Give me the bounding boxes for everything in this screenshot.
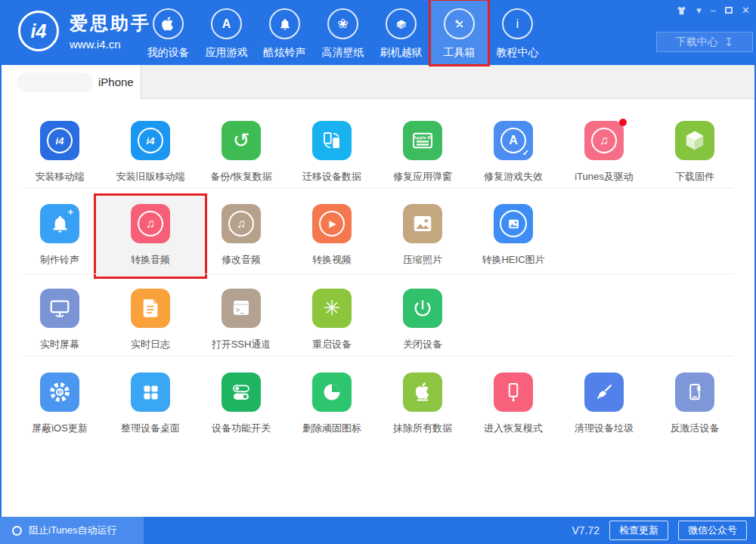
jailbreak-box-icon: [386, 8, 417, 39]
version-text: V7.72: [572, 524, 600, 536]
tool-row-1: i4 安装移动端 i4 安装旧版移动端 ↺ 备份/恢复数据 迁移: [2, 99, 754, 188]
tool-install-mobile[interactable]: i4 安装移动端: [14, 121, 105, 184]
tool-backup-restore[interactable]: ↺ 备份/恢复数据: [196, 121, 287, 184]
tool-block-ios-update[interactable]: 屏蔽iOS更新: [14, 372, 105, 435]
appstore-icon: A: [211, 8, 242, 39]
tool-label: 下载固件: [675, 170, 714, 184]
backup-restore-icon: ↺: [222, 121, 261, 160]
tool-itunes-driver[interactable]: ♫ iTunes及驱动: [559, 121, 649, 184]
radio-unchecked-icon[interactable]: [12, 526, 22, 536]
tool-deactivate-device[interactable]: 反激活设备: [649, 372, 740, 435]
tool-shutdown-device[interactable]: 关闭设备: [377, 289, 468, 351]
apple-icon: [153, 8, 184, 39]
nav-label: 应用游戏: [206, 46, 248, 60]
app-logo-icon: i4: [18, 11, 59, 51]
tool-clean-junk[interactable]: 清理设备垃圾: [559, 372, 649, 435]
download-center-button[interactable]: 下载中心 ↧: [656, 32, 753, 52]
migrate-devices-icon: [312, 121, 352, 160]
nav-item-toolbox[interactable]: 工具箱: [430, 0, 488, 65]
tool-label: 抹除所有数据: [393, 422, 452, 435]
tool-convert-audio[interactable]: ♫ 转换音频: [96, 196, 205, 277]
tool-label: 迁移设备数据: [302, 170, 361, 184]
minimize-icon[interactable]: –: [711, 5, 716, 16]
tool-label: 转换HEIC图片: [482, 253, 544, 267]
header: i4 爱思助手 www.i4.cn 我的设备 A 应用游戏 酷炫铃声: [0, 0, 756, 65]
nav-item-apps-games[interactable]: A 应用游戏: [197, 0, 256, 65]
menu-chevron-icon[interactable]: ▾: [696, 5, 702, 16]
tool-label: 转换视频: [312, 253, 352, 267]
maximize-icon[interactable]: [725, 7, 733, 14]
tool-open-ssh[interactable]: >_ 打开SSH通道: [196, 289, 287, 351]
statusbar: 阻止iTunes自动运行 V7.72 检查更新 微信公众号: [0, 517, 756, 544]
tool-convert-heic[interactable]: 转换HEIC图片: [468, 204, 559, 267]
tool-label: 反激活设备: [671, 422, 720, 435]
tool-label: 压缩照片: [403, 253, 442, 267]
deactivate-phone-icon: [675, 372, 714, 412]
monitor-icon: [40, 289, 79, 328]
tool-organize-desktop[interactable]: 整理设备桌面: [105, 372, 196, 435]
tool-compress-photos[interactable]: 压缩照片: [377, 204, 468, 267]
gear-block-icon: [40, 372, 79, 412]
nav-item-my-device[interactable]: 我的设备: [139, 0, 197, 65]
tabbar-empty-area: [141, 65, 754, 99]
tool-feature-toggles[interactable]: 设备功能开关: [196, 372, 287, 435]
firmware-cube-icon: [675, 121, 714, 160]
tool-label: 整理设备桌面: [121, 422, 180, 435]
logo-text: i4: [31, 20, 47, 42]
pie-clock-icon: [312, 372, 352, 412]
window-controls: ▾ – ✕: [676, 5, 750, 16]
nav-item-wallpapers[interactable]: ❀ 高清壁纸: [314, 0, 372, 65]
video-play-icon: ▶: [312, 204, 352, 243]
tool-row-4: 屏蔽iOS更新 整理设备桌面 设备功能开关 删除顽固图标: [2, 357, 754, 470]
theme-shirt-icon[interactable]: [676, 5, 687, 16]
tool-enter-recovery[interactable]: 进入恢复模式: [468, 372, 559, 435]
notification-dot: [619, 119, 627, 126]
toolbox-grid: i4 安装移动端 i4 安装旧版移动端 ↺ 备份/恢复数据 迁移: [2, 99, 754, 517]
tool-live-screen[interactable]: 实时屏幕: [14, 289, 105, 351]
music-note-edit-icon: ♫: [222, 204, 261, 243]
apple-erase-icon: [403, 372, 442, 412]
tool-label: 进入恢复模式: [484, 422, 543, 435]
tool-label: 屏蔽iOS更新: [32, 422, 88, 435]
bell-icon: [269, 8, 300, 39]
log-document-icon: [131, 289, 170, 328]
block-itunes-toggle[interactable]: 阻止iTunes自动运行: [0, 517, 144, 544]
nav-item-ringtones[interactable]: 酷炫铃声: [256, 0, 314, 65]
wechat-official-button[interactable]: 微信公众号: [678, 521, 747, 540]
tool-label: 修复游戏失效: [484, 170, 543, 184]
tool-label: 重启设备: [312, 338, 352, 351]
apple-id-card-icon: Apple ID: [403, 121, 442, 160]
tab-iphone[interactable]: iPhone: [2, 65, 141, 99]
tutorial-info-icon: i: [502, 8, 533, 39]
tool-label: 设备功能开关: [212, 422, 271, 435]
tool-install-old-mobile[interactable]: i4 安装旧版移动端: [105, 121, 196, 184]
tool-label: 实时日志: [131, 338, 170, 351]
tool-live-log[interactable]: 实时日志: [105, 289, 196, 351]
tool-label: 关闭设备: [403, 338, 442, 351]
tool-label: 制作铃声: [40, 253, 79, 267]
tool-fix-app-popup[interactable]: Apple ID 修复应用弹窗: [377, 121, 468, 184]
device-name-redacted: [17, 73, 93, 92]
close-icon[interactable]: ✕: [742, 5, 750, 16]
tool-modify-audio[interactable]: ♫ 修改音频: [196, 204, 287, 267]
tool-restart-device[interactable]: ✳ 重启设备: [287, 289, 377, 351]
restart-burst-icon: ✳: [312, 289, 352, 328]
check-update-button[interactable]: 检查更新: [609, 521, 668, 540]
tool-download-firmware[interactable]: 下载固件: [649, 121, 740, 184]
nav-item-jailbreak[interactable]: 刷机越狱: [372, 0, 430, 65]
tool-convert-video[interactable]: ▶ 转换视频: [287, 204, 377, 267]
toggles-icon: [222, 372, 261, 412]
power-icon: [403, 289, 442, 328]
tool-make-ringtone[interactable]: + 制作铃声: [14, 204, 105, 267]
nav-item-tutorials[interactable]: i 教程中心: [488, 0, 547, 65]
device-tabbar: iPhone: [2, 65, 754, 99]
download-icon: ↧: [724, 36, 734, 49]
toolbox-icon: [444, 8, 475, 39]
brand: i4 爱思助手 www.i4.cn: [18, 11, 151, 51]
tool-migrate-data[interactable]: 迁移设备数据: [287, 121, 377, 184]
tool-delete-stubborn-icons[interactable]: 删除顽固图标: [287, 372, 377, 435]
tool-row-2: + 制作铃声 ♫ 转换音频 ♫ 修改音频 ▶ 转换视频: [2, 188, 754, 274]
tool-erase-all-data[interactable]: 抹除所有数据: [377, 372, 468, 435]
nav-label: 酷炫铃声: [264, 46, 306, 60]
tool-fix-game-invalid[interactable]: A ✓ 修复游戏失效: [468, 121, 559, 184]
